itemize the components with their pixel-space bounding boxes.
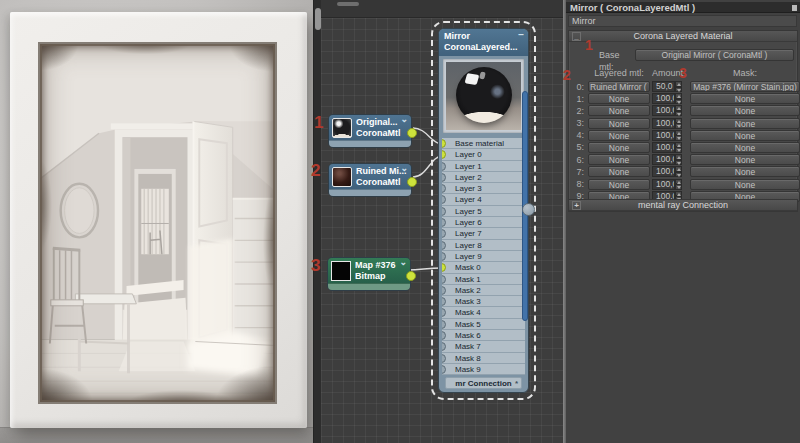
slot-socket[interactable] bbox=[442, 365, 446, 374]
collapsed-body[interactable] bbox=[328, 283, 410, 290]
node-ruined-coronamtl[interactable]: Ruined Mi... CoronaMtl ⌄ bbox=[328, 163, 412, 197]
node-slot[interactable]: Layer 3 bbox=[442, 183, 525, 194]
amount-field[interactable]: 100,0 bbox=[652, 130, 675, 141]
spinner-down-icon[interactable] bbox=[675, 123, 682, 129]
amount-field[interactable]: 100,0 bbox=[652, 154, 675, 165]
node-mirror-coronalayeredmtl[interactable]: Mirror CoronaLayered... − Base material … bbox=[438, 28, 529, 393]
rollout-header[interactable]: + mental ray Connection bbox=[569, 200, 797, 211]
amount-spinner[interactable] bbox=[675, 81, 682, 92]
node-header[interactable]: Original... CoronaMtl ⌄ bbox=[329, 115, 411, 140]
amount-spinner[interactable] bbox=[675, 179, 682, 190]
amount-spinner[interactable] bbox=[675, 93, 682, 104]
amount-field[interactable]: 100,0 bbox=[652, 179, 675, 190]
mask-button[interactable]: None bbox=[690, 142, 800, 153]
amount-spinner[interactable] bbox=[675, 118, 682, 129]
slot-socket[interactable] bbox=[442, 252, 446, 261]
amount-spinner[interactable] bbox=[675, 130, 682, 141]
node-scroll-handle[interactable] bbox=[522, 203, 535, 216]
mask-button[interactable]: Map #376 (Mirror Stain.jpg) bbox=[690, 81, 800, 92]
node-slot[interactable]: Layer 9 bbox=[442, 251, 525, 262]
mask-button[interactable]: None bbox=[690, 154, 800, 165]
node-slot[interactable]: Mask 3 bbox=[442, 296, 525, 307]
slot-socket[interactable] bbox=[442, 229, 446, 238]
mask-button[interactable]: None bbox=[690, 166, 800, 177]
node-slot[interactable]: Layer 2 bbox=[442, 172, 525, 183]
slot-socket[interactable] bbox=[442, 184, 446, 193]
node-slot[interactable]: Mask 7 bbox=[442, 341, 525, 352]
amount-spinner[interactable] bbox=[675, 105, 682, 116]
amount-spinner[interactable] bbox=[675, 142, 682, 153]
layered-mtl-button[interactable]: None bbox=[588, 130, 650, 141]
output-socket[interactable] bbox=[406, 271, 416, 281]
node-slot[interactable]: Mask 4 bbox=[442, 307, 525, 318]
node-slot[interactable]: Base material bbox=[442, 138, 525, 149]
collapse-minus-icon[interactable]: − bbox=[518, 29, 524, 40]
amount-field[interactable]: 50,0 bbox=[652, 81, 675, 92]
collapse-minus-icon[interactable]: _ bbox=[572, 32, 581, 41]
vertical-scrollbar[interactable] bbox=[313, 0, 321, 443]
spinner-down-icon[interactable] bbox=[675, 87, 682, 93]
node-slot[interactable]: Layer 1 bbox=[442, 161, 525, 172]
slot-socket[interactable] bbox=[442, 173, 446, 182]
spinner-down-icon[interactable] bbox=[675, 160, 682, 166]
expand-plus-icon[interactable]: + bbox=[572, 201, 581, 210]
horizontal-scrollbar[interactable] bbox=[321, 0, 563, 18]
node-slot[interactable]: Layer 7 bbox=[442, 228, 525, 239]
base-mtl-button[interactable]: Original Mirror ( CoronaMtl ) bbox=[635, 49, 794, 61]
layered-mtl-button[interactable]: None bbox=[588, 179, 650, 190]
collapsed-body[interactable] bbox=[329, 140, 411, 147]
slot-socket[interactable] bbox=[442, 297, 446, 306]
slot-socket[interactable] bbox=[442, 342, 446, 351]
slot-socket[interactable] bbox=[442, 241, 446, 250]
spinner-down-icon[interactable] bbox=[675, 99, 682, 105]
node-header[interactable]: Ruined Mi... CoronaMtl ⌄ bbox=[329, 164, 411, 189]
node-slot[interactable]: Mask 2 bbox=[442, 285, 525, 296]
amount-field[interactable]: 100,0 bbox=[652, 118, 675, 129]
slot-socket[interactable] bbox=[442, 195, 446, 204]
slot-socket[interactable] bbox=[442, 218, 446, 227]
slot-socket[interactable] bbox=[442, 331, 446, 340]
amount-spinner[interactable] bbox=[675, 154, 682, 165]
slot-socket[interactable] bbox=[442, 308, 446, 317]
node-slot[interactable]: Mask 9 bbox=[442, 364, 525, 375]
layered-mtl-button[interactable]: None bbox=[588, 118, 650, 129]
layered-mtl-button[interactable]: Ruined Mirror ( CoronaMtl ) bbox=[588, 81, 650, 92]
node-view[interactable]: Mirror CoronaLayered... − Base material … bbox=[321, 0, 563, 443]
chevron-down-icon[interactable]: ⌄ bbox=[399, 258, 407, 268]
amount-field[interactable]: 100,0 bbox=[652, 166, 675, 177]
spinner-down-icon[interactable] bbox=[675, 184, 682, 190]
output-socket[interactable] bbox=[407, 128, 417, 138]
panel-menu-button[interactable] bbox=[792, 5, 797, 11]
slot-socket[interactable] bbox=[442, 162, 446, 171]
node-map376-bitmap[interactable]: Map #376 Bitmap ⌄ bbox=[327, 257, 411, 291]
chevron-down-icon[interactable]: ⌄ bbox=[400, 115, 408, 125]
slot-socket[interactable] bbox=[442, 139, 446, 148]
layered-mtl-button[interactable]: None bbox=[588, 93, 650, 104]
material-name-input[interactable]: Mirror bbox=[568, 15, 797, 27]
spinner-down-icon[interactable] bbox=[675, 172, 682, 178]
amount-field[interactable]: 100,0 bbox=[652, 93, 675, 104]
spinner-down-icon[interactable] bbox=[675, 147, 682, 153]
node-slot[interactable]: Layer 6 bbox=[442, 217, 525, 228]
node-slot[interactable]: Layer 4 bbox=[442, 194, 525, 205]
output-socket[interactable] bbox=[407, 177, 417, 187]
slot-socket[interactable] bbox=[442, 286, 446, 295]
rollout-header[interactable]: _ Corona Layered Material bbox=[569, 31, 797, 42]
node-original-coronamtl[interactable]: Original... CoronaMtl ⌄ bbox=[328, 114, 412, 148]
material-preview[interactable] bbox=[443, 59, 524, 133]
mask-button[interactable]: None bbox=[690, 179, 800, 190]
node-slot[interactable]: Mask 5 bbox=[442, 319, 525, 330]
spinner-down-icon[interactable] bbox=[675, 135, 682, 141]
node-slot[interactable]: Layer 5 bbox=[442, 206, 525, 217]
amount-field[interactable]: 100,0 bbox=[652, 142, 675, 153]
amount-field[interactable]: 100,0 bbox=[652, 105, 675, 116]
slot-socket[interactable] bbox=[442, 150, 446, 159]
mr-connection-slot[interactable]: mr Connection * bbox=[445, 377, 522, 389]
chevron-down-icon[interactable]: ⌄ bbox=[400, 164, 408, 174]
node-header[interactable]: Mirror CoronaLayered... − bbox=[439, 29, 528, 56]
node-slot[interactable]: Mask 6 bbox=[442, 330, 525, 341]
node-slot[interactable]: Layer 0 bbox=[442, 149, 525, 160]
panel-title-bar[interactable]: Mirror ( CoronaLayeredMtl ) bbox=[566, 2, 800, 13]
mask-button[interactable]: None bbox=[690, 93, 800, 104]
node-slot[interactable]: Mask 8 bbox=[442, 353, 525, 364]
